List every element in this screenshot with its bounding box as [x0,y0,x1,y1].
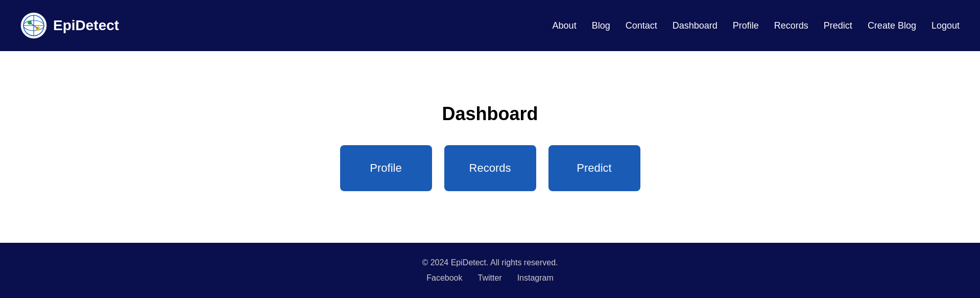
nav-contact[interactable]: Contact [626,20,657,31]
nav-dashboard[interactable]: Dashboard [673,20,718,31]
footer-instagram-link[interactable]: Instagram [517,273,554,283]
dashboard-buttons-container: Profile Records Predict [340,145,640,191]
page-title: Dashboard [442,103,538,125]
nav-create-blog[interactable]: Create Blog [868,20,916,31]
footer-copyright: © 2024 EpiDetect. All rights reserved. [10,258,970,267]
nav-links: About Blog Contact Dashboard Profile Rec… [553,20,960,31]
nav-predict[interactable]: Predict [824,20,852,31]
main-content: Dashboard Profile Records Predict [0,51,980,243]
brand-logo-icon [20,12,47,39]
nav-logout[interactable]: Logout [931,20,960,31]
nav-records[interactable]: Records [774,20,808,31]
footer-twitter-link[interactable]: Twitter [478,273,502,283]
nav-blog[interactable]: Blog [592,20,610,31]
footer-links: Facebook Twitter Instagram [10,273,970,283]
footer: © 2024 EpiDetect. All rights reserved. F… [0,243,980,298]
navbar: EpiDetect About Blog Contact Dashboard P… [0,0,980,51]
brand-name: EpiDetect [53,17,119,34]
nav-profile[interactable]: Profile [733,20,759,31]
nav-about[interactable]: About [553,20,577,31]
records-button[interactable]: Records [444,145,536,191]
brand-link[interactable]: EpiDetect [20,12,119,39]
predict-button[interactable]: Predict [548,145,640,191]
footer-facebook-link[interactable]: Facebook [426,273,462,283]
profile-button[interactable]: Profile [340,145,432,191]
